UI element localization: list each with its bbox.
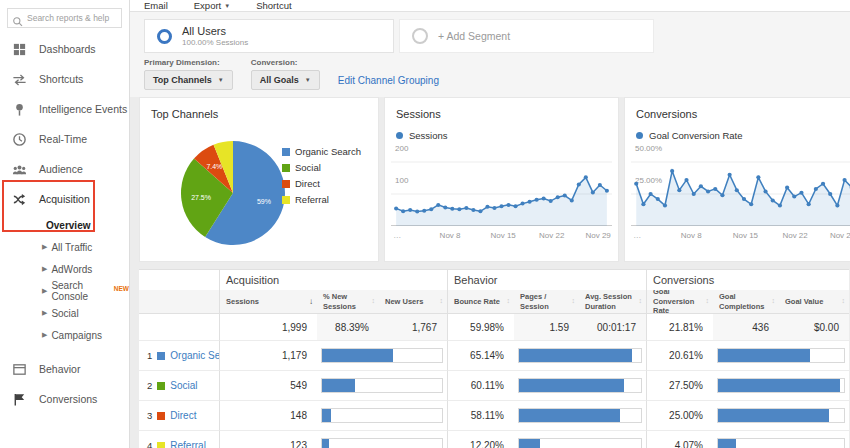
sidebar-subitem-campaigns[interactable]: ▶Campaigns [0, 324, 129, 346]
channel-link-referral[interactable]: Referral [170, 440, 206, 448]
data-point[interactable] [821, 182, 825, 186]
sidebar-subitem-search-console[interactable]: ▶Search ConsoleNEW [0, 280, 129, 302]
sidebar-subitem-social[interactable]: ▶Social [0, 302, 129, 324]
column-header-goal-conversion-rate[interactable]: Goal Conversion Rate↕ [646, 290, 713, 314]
data-point[interactable] [584, 175, 588, 179]
column-header-sessions[interactable]: Sessions↓ [219, 290, 317, 314]
data-point[interactable] [634, 182, 638, 186]
data-point[interactable] [422, 209, 426, 213]
primary-dimension-dropdown[interactable]: Top Channels ▼ [144, 70, 233, 90]
export-button[interactable]: Export ▼ [194, 0, 230, 11]
column-header-pages-session[interactable]: Pages / Session↕ [514, 290, 579, 314]
data-point[interactable] [591, 190, 595, 194]
data-point[interactable] [720, 193, 724, 197]
channel-link-direct[interactable]: Direct [170, 410, 196, 421]
email-button[interactable]: Email [144, 0, 168, 11]
data-point[interactable] [792, 195, 796, 199]
sidebar-subitem-adwords[interactable]: ▶AdWords [0, 258, 129, 280]
data-point[interactable] [514, 204, 518, 208]
column-header-goal-completions[interactable]: Goal Completions↕ [713, 290, 779, 314]
sessions-line-chart[interactable] [391, 154, 612, 226]
column-header-bounce-rate[interactable]: Bounce Rate↕ [447, 290, 514, 314]
data-point[interactable] [492, 206, 496, 210]
sidebar-item-acquisition[interactable]: Acquisition [0, 184, 129, 214]
data-point[interactable] [684, 178, 688, 182]
column-header--new-sessions[interactable]: % New Sessions↕ [317, 290, 379, 314]
data-point[interactable] [598, 183, 602, 187]
shortcut-button[interactable]: Shortcut [256, 0, 291, 11]
search-input[interactable] [27, 13, 117, 23]
data-point[interactable] [528, 200, 532, 204]
sidebar-item-shortcuts[interactable]: Shortcuts [0, 64, 129, 94]
data-point[interactable] [605, 189, 609, 193]
data-point[interactable] [828, 192, 832, 196]
sidebar-subitem-all-traffic[interactable]: ▶All Traffic [0, 236, 129, 258]
data-point[interactable] [450, 207, 454, 211]
data-point[interactable] [457, 207, 461, 211]
data-point[interactable] [415, 210, 419, 214]
data-point[interactable] [763, 189, 767, 193]
sidebar-item-audience[interactable]: Audience [0, 154, 129, 184]
data-point[interactable] [443, 205, 447, 209]
search-box[interactable] [7, 8, 122, 28]
data-point[interactable] [506, 203, 510, 207]
data-point[interactable] [749, 202, 753, 206]
data-point[interactable] [641, 202, 645, 206]
data-point[interactable] [649, 192, 653, 196]
data-point[interactable] [728, 173, 732, 177]
data-point[interactable] [692, 192, 696, 196]
sidebar-item-dashboards[interactable]: Dashboards [0, 34, 129, 64]
channel-link-organic-search[interactable]: Organic Search [170, 350, 219, 361]
data-point[interactable] [577, 182, 581, 186]
sidebar-item-intelligence-events[interactable]: Intelligence Events [0, 94, 129, 124]
channel-link-social[interactable]: Social [170, 380, 197, 391]
column-header-new-users[interactable]: New Users↕ [379, 290, 447, 314]
data-point[interactable] [549, 199, 553, 203]
data-point[interactable] [670, 169, 674, 173]
data-point[interactable] [713, 187, 717, 191]
data-point[interactable] [521, 202, 525, 206]
data-point[interactable] [485, 205, 489, 209]
data-point[interactable] [677, 188, 681, 192]
data-point[interactable] [699, 184, 703, 188]
data-point[interactable] [499, 204, 503, 208]
data-point[interactable] [408, 208, 412, 212]
edit-channel-grouping-link[interactable]: Edit Channel Grouping [338, 75, 439, 90]
data-point[interactable] [785, 186, 789, 190]
data-point[interactable] [563, 194, 567, 198]
data-point[interactable] [556, 195, 560, 199]
data-point[interactable] [570, 198, 574, 202]
data-point[interactable] [799, 191, 803, 195]
data-point[interactable] [706, 189, 710, 193]
conversion-dropdown[interactable]: All Goals ▼ [251, 70, 320, 90]
channels-pie-chart[interactable]: 59%27.5%7.4% [178, 138, 288, 248]
data-point[interactable] [842, 178, 846, 182]
sidebar-item-conversions[interactable]: Conversions [0, 384, 129, 414]
sidebar-subitem-overview[interactable]: Overview [0, 214, 129, 236]
sidebar-item-behavior[interactable]: Behavior [0, 354, 129, 384]
data-point[interactable] [535, 198, 539, 202]
segment-all-users[interactable]: All Users 100.00% Sessions [144, 19, 394, 53]
data-point[interactable] [778, 204, 782, 208]
data-point[interactable] [464, 206, 468, 210]
data-point[interactable] [756, 175, 760, 179]
data-point[interactable] [807, 202, 811, 206]
data-point[interactable] [429, 207, 433, 211]
data-point[interactable] [542, 196, 546, 200]
data-point[interactable] [656, 197, 660, 201]
data-point[interactable] [394, 206, 398, 210]
data-point[interactable] [478, 209, 482, 213]
conversions-line-chart[interactable] [631, 154, 850, 226]
data-point[interactable] [401, 209, 405, 213]
add-segment-button[interactable]: + Add Segment [399, 19, 654, 53]
data-point[interactable] [436, 203, 440, 207]
data-point[interactable] [771, 198, 775, 202]
sidebar-item-real-time[interactable]: Real-Time [0, 124, 129, 154]
data-point[interactable] [835, 204, 839, 208]
column-header-channel[interactable] [139, 290, 219, 314]
data-point[interactable] [471, 208, 475, 212]
column-header-avg-session-duration[interactable]: Avg. Session Duration↕ [579, 290, 646, 314]
data-point[interactable] [735, 188, 739, 192]
column-header-goal-value[interactable]: Goal Value↕ [779, 290, 849, 314]
data-point[interactable] [814, 187, 818, 191]
